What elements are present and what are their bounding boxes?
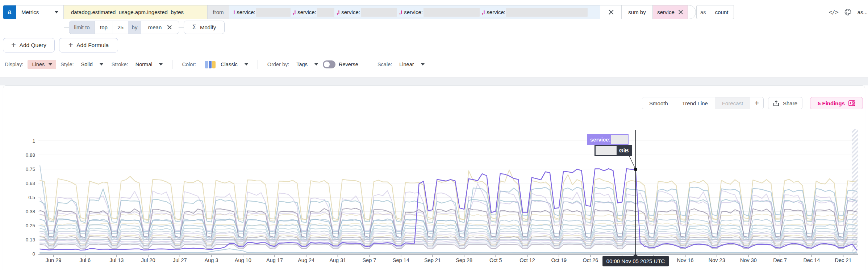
filter-negation: ,! bbox=[482, 9, 485, 15]
style-value: Solid bbox=[81, 62, 93, 67]
modify-label: Modify bbox=[200, 24, 216, 30]
share-button[interactable]: Share bbox=[768, 97, 802, 109]
display-value: Lines bbox=[32, 62, 45, 67]
chart-card bbox=[3, 85, 865, 270]
metric-name-field[interactable]: datadog.estimated_usage.apm.ingested_byt… bbox=[64, 5, 208, 19]
color-palette-swatch-icon bbox=[205, 61, 216, 68]
reverse-toggle[interactable] bbox=[323, 60, 335, 68]
limit-order-dropdown[interactable]: mean bbox=[141, 21, 179, 34]
tooltip-tag-key: service: bbox=[590, 136, 611, 143]
filter-pill[interactable]: ,! service: bbox=[399, 8, 480, 17]
remove-limit-icon[interactable] bbox=[167, 25, 172, 30]
style-control[interactable]: Style: Solid bbox=[60, 62, 103, 67]
findings-panel-icon bbox=[848, 100, 855, 106]
as-label: as bbox=[697, 5, 710, 19]
filter-pill[interactable]: ! service: bbox=[233, 8, 291, 17]
trend-line-button[interactable]: Trend Line bbox=[675, 97, 715, 109]
sum-by-label: sum by bbox=[622, 5, 653, 19]
filter-key: service: bbox=[296, 9, 316, 15]
add-query-label: Add Query bbox=[20, 42, 46, 48]
add-formula-button[interactable]: + Add Formula bbox=[59, 38, 118, 52]
order-by-label: Order by: bbox=[267, 62, 289, 67]
from-label: from bbox=[208, 5, 229, 19]
limit-count-dropdown[interactable]: 25 bbox=[113, 21, 128, 34]
filter-redacted-value bbox=[361, 8, 397, 17]
sigma-icon: Σ bbox=[192, 24, 196, 31]
remove-group-tag-icon[interactable] bbox=[678, 9, 683, 15]
chevron-down-icon bbox=[100, 63, 103, 66]
limit-to-label: limit to bbox=[69, 21, 95, 34]
display-controls: Display: Lines Style: Solid Stroke: Norm… bbox=[5, 59, 425, 70]
color-control[interactable]: Color: Classic bbox=[182, 61, 248, 68]
limit-direction-dropdown[interactable]: top bbox=[95, 21, 113, 34]
stroke-label: Stroke: bbox=[112, 62, 128, 67]
filter-key: service: bbox=[402, 9, 423, 15]
tooltip-redacted-value bbox=[611, 135, 628, 144]
group-by-tag-pill[interactable]: service bbox=[653, 5, 688, 19]
query-bar: a Metrics datadog.estimated_usage.apm.in… bbox=[3, 5, 696, 19]
chevron-down-icon bbox=[314, 63, 318, 66]
query-actions: </> as... bbox=[829, 5, 868, 19]
chevron-down-icon bbox=[159, 63, 163, 66]
findings-label: 5 Findings bbox=[818, 100, 845, 106]
divider bbox=[172, 60, 172, 69]
filter-pill[interactable]: ,! service: bbox=[293, 8, 334, 17]
order-by-value: Tags bbox=[296, 62, 308, 67]
filter-redacted-value bbox=[423, 8, 480, 17]
clear-filters-button[interactable] bbox=[600, 5, 622, 19]
color-label: Color: bbox=[182, 62, 196, 67]
reverse-label: Reverse bbox=[339, 62, 358, 67]
as-more-label[interactable]: as... bbox=[857, 9, 868, 15]
scale-label: Scale: bbox=[377, 62, 392, 67]
chevron-down-icon bbox=[49, 63, 52, 66]
modify-button[interactable]: Σ Modify bbox=[184, 21, 225, 34]
order-by-control[interactable]: Order by: Tags bbox=[267, 62, 318, 67]
filter-key: service: bbox=[485, 9, 505, 15]
filter-negation: ,! bbox=[293, 9, 296, 15]
palette-icon[interactable] bbox=[844, 8, 852, 16]
chevron-down-icon bbox=[245, 63, 248, 66]
chevron-down-icon bbox=[421, 63, 425, 66]
add-chart-mode-button[interactable]: + bbox=[750, 97, 763, 109]
background-band bbox=[0, 78, 868, 85]
findings-button[interactable]: 5 Findings bbox=[810, 97, 863, 109]
forecast-button[interactable]: Forecast bbox=[715, 97, 750, 109]
as-count-box: as count bbox=[696, 5, 734, 19]
stroke-control[interactable]: Stroke: Normal bbox=[112, 62, 163, 67]
filter-key: service: bbox=[340, 9, 360, 15]
group-by-input-space[interactable] bbox=[688, 5, 696, 19]
tooltip-unit: GiB bbox=[617, 147, 631, 153]
filter-pill[interactable]: ,! service: bbox=[337, 8, 397, 17]
tooltip-redacted-number bbox=[596, 146, 617, 155]
limit-box: limit to top 25 by mean bbox=[69, 21, 179, 34]
filter-negation: ,! bbox=[399, 9, 402, 15]
connector-line bbox=[64, 27, 69, 28]
hover-tooltip-tag: service: bbox=[587, 134, 629, 145]
code-view-icon[interactable]: </> bbox=[829, 9, 838, 16]
stroke-value: Normal bbox=[135, 62, 153, 67]
filter-pill[interactable]: ,! service: bbox=[482, 8, 588, 17]
limit-by-label: by bbox=[128, 21, 141, 34]
smooth-button[interactable]: Smooth bbox=[642, 97, 675, 109]
filters[interactable]: ! service:,! service:,! service:,! servi… bbox=[229, 5, 600, 19]
scale-control[interactable]: Scale: Linear bbox=[377, 62, 425, 67]
divider bbox=[258, 60, 258, 69]
style-label: Style: bbox=[60, 62, 74, 67]
scale-value: Linear bbox=[399, 62, 414, 67]
as-value-dropdown[interactable]: count bbox=[710, 5, 734, 19]
x-clear-icon bbox=[608, 9, 614, 15]
filter-key: service: bbox=[235, 9, 255, 15]
filter-negation: ,! bbox=[337, 9, 340, 15]
chevron-down-icon bbox=[55, 11, 58, 13]
add-query-button[interactable]: + Add Query bbox=[3, 38, 55, 52]
x-axis-tooltip: 00:00 Nov 05 2025 UTC bbox=[602, 256, 669, 266]
display-dropdown[interactable]: Lines bbox=[28, 60, 57, 69]
data-source-dropdown[interactable]: Metrics bbox=[16, 5, 64, 19]
display-label: Display: bbox=[5, 62, 24, 67]
chart-mode-group: Smooth Trend Line Forecast + bbox=[642, 97, 764, 109]
group-by-tag-label: service bbox=[657, 9, 675, 15]
chart-toolbar: Smooth Trend Line Forecast + Share 5 Fin… bbox=[642, 97, 863, 109]
metrics-explorer: a Metrics datadog.estimated_usage.apm.in… bbox=[0, 0, 868, 270]
share-label: Share bbox=[783, 100, 797, 106]
color-value: Classic bbox=[221, 62, 238, 67]
